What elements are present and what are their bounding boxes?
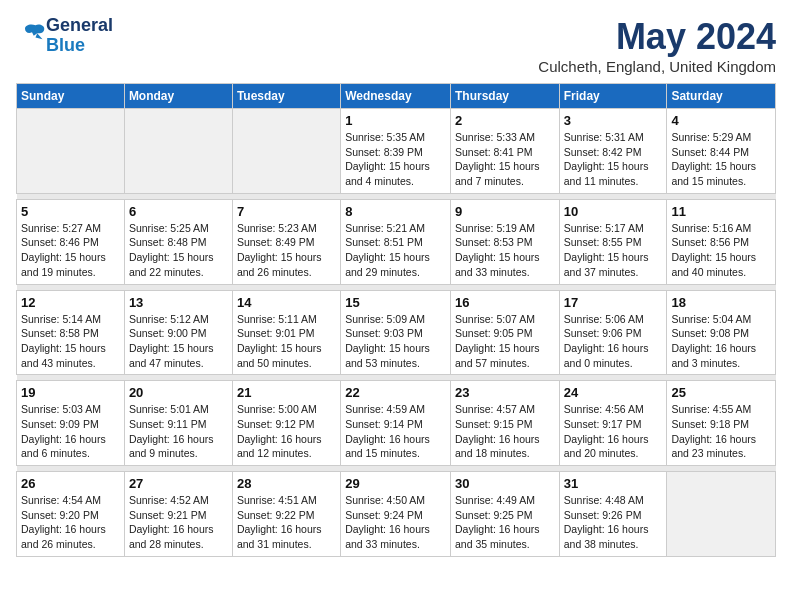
calendar-day-15: 15Sunrise: 5:09 AM Sunset: 9:03 PM Dayli… <box>341 290 451 375</box>
day-number: 19 <box>21 385 120 400</box>
day-number: 28 <box>237 476 336 491</box>
day-info: Sunrise: 4:51 AM Sunset: 9:22 PM Dayligh… <box>237 493 336 552</box>
calendar-day-23: 23Sunrise: 4:57 AM Sunset: 9:15 PM Dayli… <box>450 381 559 466</box>
col-header-thursday: Thursday <box>450 84 559 109</box>
day-info: Sunrise: 5:21 AM Sunset: 8:51 PM Dayligh… <box>345 221 446 280</box>
calendar-week-2: 5Sunrise: 5:27 AM Sunset: 8:46 PM Daylig… <box>17 199 776 284</box>
location: Culcheth, England, United Kingdom <box>538 58 776 75</box>
calendar-day-20: 20Sunrise: 5:01 AM Sunset: 9:11 PM Dayli… <box>124 381 232 466</box>
day-info: Sunrise: 5:27 AM Sunset: 8:46 PM Dayligh… <box>21 221 120 280</box>
day-info: Sunrise: 5:11 AM Sunset: 9:01 PM Dayligh… <box>237 312 336 371</box>
calendar-day-9: 9Sunrise: 5:19 AM Sunset: 8:53 PM Daylig… <box>450 199 559 284</box>
calendar-day-3: 3Sunrise: 5:31 AM Sunset: 8:42 PM Daylig… <box>559 109 667 194</box>
day-number: 9 <box>455 204 555 219</box>
calendar-day-11: 11Sunrise: 5:16 AM Sunset: 8:56 PM Dayli… <box>667 199 776 284</box>
day-info: Sunrise: 4:59 AM Sunset: 9:14 PM Dayligh… <box>345 402 446 461</box>
day-info: Sunrise: 4:48 AM Sunset: 9:26 PM Dayligh… <box>564 493 663 552</box>
col-header-sunday: Sunday <box>17 84 125 109</box>
day-number: 15 <box>345 295 446 310</box>
calendar-day-14: 14Sunrise: 5:11 AM Sunset: 9:01 PM Dayli… <box>232 290 340 375</box>
calendar-header-row: SundayMondayTuesdayWednesdayThursdayFrid… <box>17 84 776 109</box>
day-number: 10 <box>564 204 663 219</box>
calendar-day-22: 22Sunrise: 4:59 AM Sunset: 9:14 PM Dayli… <box>341 381 451 466</box>
calendar-day-26: 26Sunrise: 4:54 AM Sunset: 9:20 PM Dayli… <box>17 472 125 557</box>
calendar-day-7: 7Sunrise: 5:23 AM Sunset: 8:49 PM Daylig… <box>232 199 340 284</box>
day-info: Sunrise: 5:23 AM Sunset: 8:49 PM Dayligh… <box>237 221 336 280</box>
day-number: 23 <box>455 385 555 400</box>
day-number: 11 <box>671 204 771 219</box>
title-block: May 2024 Culcheth, England, United Kingd… <box>538 16 776 75</box>
calendar-day-4: 4Sunrise: 5:29 AM Sunset: 8:44 PM Daylig… <box>667 109 776 194</box>
day-number: 12 <box>21 295 120 310</box>
page-header: General Blue May 2024 Culcheth, England,… <box>16 16 776 75</box>
col-header-friday: Friday <box>559 84 667 109</box>
day-info: Sunrise: 5:29 AM Sunset: 8:44 PM Dayligh… <box>671 130 771 189</box>
day-info: Sunrise: 5:00 AM Sunset: 9:12 PM Dayligh… <box>237 402 336 461</box>
calendar-day-25: 25Sunrise: 4:55 AM Sunset: 9:18 PM Dayli… <box>667 381 776 466</box>
calendar-day-empty <box>667 472 776 557</box>
day-number: 26 <box>21 476 120 491</box>
day-info: Sunrise: 5:01 AM Sunset: 9:11 PM Dayligh… <box>129 402 228 461</box>
day-info: Sunrise: 4:50 AM Sunset: 9:24 PM Dayligh… <box>345 493 446 552</box>
day-number: 5 <box>21 204 120 219</box>
day-info: Sunrise: 5:31 AM Sunset: 8:42 PM Dayligh… <box>564 130 663 189</box>
calendar-day-1: 1Sunrise: 5:35 AM Sunset: 8:39 PM Daylig… <box>341 109 451 194</box>
calendar-week-1: 1Sunrise: 5:35 AM Sunset: 8:39 PM Daylig… <box>17 109 776 194</box>
calendar-day-empty <box>232 109 340 194</box>
day-number: 6 <box>129 204 228 219</box>
calendar-day-18: 18Sunrise: 5:04 AM Sunset: 9:08 PM Dayli… <box>667 290 776 375</box>
day-info: Sunrise: 5:12 AM Sunset: 9:00 PM Dayligh… <box>129 312 228 371</box>
day-info: Sunrise: 5:07 AM Sunset: 9:05 PM Dayligh… <box>455 312 555 371</box>
logo: General Blue <box>16 16 113 56</box>
day-info: Sunrise: 4:52 AM Sunset: 9:21 PM Dayligh… <box>129 493 228 552</box>
col-header-wednesday: Wednesday <box>341 84 451 109</box>
calendar-day-16: 16Sunrise: 5:07 AM Sunset: 9:05 PM Dayli… <box>450 290 559 375</box>
day-info: Sunrise: 4:49 AM Sunset: 9:25 PM Dayligh… <box>455 493 555 552</box>
calendar-day-6: 6Sunrise: 5:25 AM Sunset: 8:48 PM Daylig… <box>124 199 232 284</box>
day-number: 4 <box>671 113 771 128</box>
calendar-day-17: 17Sunrise: 5:06 AM Sunset: 9:06 PM Dayli… <box>559 290 667 375</box>
day-number: 31 <box>564 476 663 491</box>
calendar-day-12: 12Sunrise: 5:14 AM Sunset: 8:58 PM Dayli… <box>17 290 125 375</box>
calendar-day-2: 2Sunrise: 5:33 AM Sunset: 8:41 PM Daylig… <box>450 109 559 194</box>
col-header-tuesday: Tuesday <box>232 84 340 109</box>
day-info: Sunrise: 4:55 AM Sunset: 9:18 PM Dayligh… <box>671 402 771 461</box>
day-number: 14 <box>237 295 336 310</box>
day-number: 3 <box>564 113 663 128</box>
logo-icon <box>18 20 46 48</box>
day-number: 18 <box>671 295 771 310</box>
day-number: 20 <box>129 385 228 400</box>
calendar-day-5: 5Sunrise: 5:27 AM Sunset: 8:46 PM Daylig… <box>17 199 125 284</box>
calendar-day-10: 10Sunrise: 5:17 AM Sunset: 8:55 PM Dayli… <box>559 199 667 284</box>
calendar-day-21: 21Sunrise: 5:00 AM Sunset: 9:12 PM Dayli… <box>232 381 340 466</box>
calendar-day-empty <box>124 109 232 194</box>
calendar-table: SundayMondayTuesdayWednesdayThursdayFrid… <box>16 83 776 557</box>
calendar-day-27: 27Sunrise: 4:52 AM Sunset: 9:21 PM Dayli… <box>124 472 232 557</box>
day-info: Sunrise: 5:17 AM Sunset: 8:55 PM Dayligh… <box>564 221 663 280</box>
calendar-week-5: 26Sunrise: 4:54 AM Sunset: 9:20 PM Dayli… <box>17 472 776 557</box>
day-info: Sunrise: 5:35 AM Sunset: 8:39 PM Dayligh… <box>345 130 446 189</box>
day-number: 29 <box>345 476 446 491</box>
calendar-day-8: 8Sunrise: 5:21 AM Sunset: 8:51 PM Daylig… <box>341 199 451 284</box>
day-info: Sunrise: 5:09 AM Sunset: 9:03 PM Dayligh… <box>345 312 446 371</box>
logo-text: General Blue <box>46 16 113 56</box>
day-number: 2 <box>455 113 555 128</box>
day-number: 8 <box>345 204 446 219</box>
col-header-monday: Monday <box>124 84 232 109</box>
calendar-day-29: 29Sunrise: 4:50 AM Sunset: 9:24 PM Dayli… <box>341 472 451 557</box>
day-info: Sunrise: 4:57 AM Sunset: 9:15 PM Dayligh… <box>455 402 555 461</box>
day-info: Sunrise: 5:16 AM Sunset: 8:56 PM Dayligh… <box>671 221 771 280</box>
calendar-day-24: 24Sunrise: 4:56 AM Sunset: 9:17 PM Dayli… <box>559 381 667 466</box>
day-number: 21 <box>237 385 336 400</box>
day-number: 30 <box>455 476 555 491</box>
calendar-day-28: 28Sunrise: 4:51 AM Sunset: 9:22 PM Dayli… <box>232 472 340 557</box>
col-header-saturday: Saturday <box>667 84 776 109</box>
calendar-week-3: 12Sunrise: 5:14 AM Sunset: 8:58 PM Dayli… <box>17 290 776 375</box>
calendar-day-30: 30Sunrise: 4:49 AM Sunset: 9:25 PM Dayli… <box>450 472 559 557</box>
day-number: 25 <box>671 385 771 400</box>
day-info: Sunrise: 5:06 AM Sunset: 9:06 PM Dayligh… <box>564 312 663 371</box>
day-number: 16 <box>455 295 555 310</box>
day-number: 27 <box>129 476 228 491</box>
day-info: Sunrise: 5:19 AM Sunset: 8:53 PM Dayligh… <box>455 221 555 280</box>
day-info: Sunrise: 4:54 AM Sunset: 9:20 PM Dayligh… <box>21 493 120 552</box>
